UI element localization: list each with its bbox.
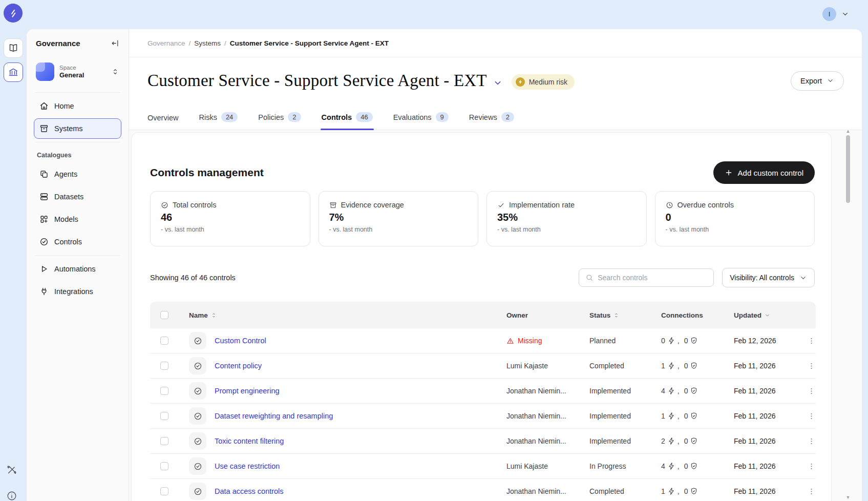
systems-icon <box>39 124 49 133</box>
lightning-count: 0 <box>661 337 665 345</box>
breadcrumb: Governance / Systems / Customer Service … <box>129 29 862 57</box>
stat-sub: - vs. last month <box>497 226 636 233</box>
column-header-owner[interactable]: Owner <box>506 311 589 319</box>
avatar[interactable]: I <box>822 7 836 21</box>
sidebar-item-label: Agents <box>54 170 77 178</box>
row-menu-button[interactable] <box>807 362 816 370</box>
scrollbar-down-arrow[interactable]: ▼ <box>845 495 851 500</box>
stat-card-evidence-coverage: Evidence coverage 7% - vs. last month <box>319 191 479 246</box>
row-checkbox[interactable] <box>160 337 168 345</box>
sidebar-item-datasets[interactable]: Datasets <box>34 186 121 207</box>
status-cell: In Progress <box>589 462 661 470</box>
select-all-checkbox[interactable] <box>160 311 168 319</box>
tab-controls[interactable]: Controls 46 <box>322 112 373 130</box>
column-header-name[interactable]: Name <box>185 311 506 319</box>
check-circle-icon <box>194 437 202 446</box>
column-header-updated[interactable]: Updated <box>734 311 807 319</box>
account-menu[interactable]: I <box>822 7 849 21</box>
sidebar-item-label: Integrations <box>54 287 93 296</box>
column-header-connections[interactable]: Connections <box>661 311 734 319</box>
tools-rail-button[interactable] <box>6 464 17 475</box>
top-bar: I <box>0 0 868 29</box>
control-name-link[interactable]: Custom Control <box>215 337 266 345</box>
sort-desc-icon[interactable] <box>764 312 771 319</box>
row-checkbox[interactable] <box>160 462 168 470</box>
sidebar-item-systems[interactable]: Systems <box>34 118 121 139</box>
shield-check-icon <box>690 362 698 370</box>
row-checkbox[interactable] <box>160 387 168 395</box>
breadcrumb-item[interactable]: Systems <box>194 39 221 47</box>
sidebar-item-home[interactable]: Home <box>34 96 121 116</box>
control-name-link[interactable]: Content policy <box>215 362 262 370</box>
plug-icon <box>39 287 49 296</box>
lightning-count: 2 <box>661 437 665 445</box>
stat-sub: - vs. last month <box>161 226 300 233</box>
control-type-icon <box>189 457 206 475</box>
docs-rail-button[interactable] <box>4 38 23 58</box>
check-circle-icon <box>161 201 168 209</box>
sidebar-item-controls[interactable]: Controls <box>34 232 121 252</box>
row-menu-button[interactable] <box>807 462 816 471</box>
row-checkbox[interactable] <box>160 362 168 370</box>
row-menu-button[interactable] <box>807 387 816 395</box>
chevron-down-icon[interactable] <box>841 10 849 18</box>
search-input[interactable] <box>598 274 707 282</box>
control-name-link[interactable]: Prompt engineering <box>215 387 280 395</box>
row-menu-button[interactable] <box>807 337 816 345</box>
control-name-link[interactable]: Use case restriction <box>215 462 280 470</box>
sidebar-item-automations[interactable]: Automations <box>34 259 121 279</box>
row-checkbox[interactable] <box>160 487 168 495</box>
tab-reviews[interactable]: Reviews 2 <box>469 112 514 130</box>
lightning-icon <box>667 337 675 345</box>
page-title: Customer Service - Support Service Agent… <box>147 71 487 90</box>
row-menu-button[interactable] <box>807 437 816 446</box>
lightning-icon <box>667 412 675 420</box>
control-name-link[interactable]: Dataset reweighting and resampling <box>215 412 333 420</box>
sidebar-title: Governance <box>36 39 80 48</box>
row-menu-button[interactable] <box>807 487 816 496</box>
title-chevron-down-icon[interactable] <box>493 78 502 88</box>
kebab-menu-icon <box>807 362 816 370</box>
tab-overview[interactable]: Overview <box>147 114 178 130</box>
add-custom-control-button[interactable]: Add custom control <box>713 161 815 184</box>
sidebar-item-agents[interactable]: Agents <box>34 164 121 184</box>
control-name-link[interactable]: Toxic content filtering <box>215 437 284 445</box>
alert-triangle-icon <box>506 337 514 345</box>
sidebar-item-models[interactable]: Models <box>34 209 121 229</box>
collapse-sidebar-icon[interactable] <box>111 39 119 48</box>
catalogues-section-label: Catalogues <box>34 145 121 162</box>
app-logo[interactable] <box>4 4 23 23</box>
table-body: Custom Control Missing Planned 0 , 0 Feb… <box>150 328 816 501</box>
shield-count: 0 <box>684 337 688 345</box>
status-cell: Planned <box>589 337 661 345</box>
visibility-filter-button[interactable]: Visibility: All controls <box>722 268 815 287</box>
scrollbar-thumb[interactable] <box>846 135 850 203</box>
sidebar-item-label: Models <box>54 215 78 223</box>
stat-value: 46 <box>161 212 300 223</box>
divider <box>35 255 120 256</box>
tab-evaluations[interactable]: Evaluations 9 <box>393 112 449 130</box>
shield-count: 0 <box>684 412 688 420</box>
sidebar-item-integrations[interactable]: Integrations <box>34 281 121 302</box>
export-button[interactable]: Export <box>791 71 844 91</box>
scrollbar-up-arrow[interactable]: ▲ <box>845 130 851 134</box>
breadcrumb-item[interactable]: Governance <box>147 39 185 47</box>
kebab-menu-icon <box>807 437 816 446</box>
tab-count-badge: 9 <box>436 112 449 122</box>
info-rail-button[interactable] <box>6 490 17 501</box>
sidebar-item-label: Controls <box>54 238 82 246</box>
shield-check-icon <box>690 387 698 395</box>
scrollbar[interactable]: ▲ ▼ <box>845 130 851 501</box>
tab-policies[interactable]: Policies 2 <box>258 112 301 130</box>
row-checkbox[interactable] <box>160 412 168 420</box>
column-header-status[interactable]: Status <box>589 311 661 319</box>
row-menu-button[interactable] <box>807 412 816 421</box>
space-selector[interactable]: Space General <box>34 57 121 89</box>
sort-icon[interactable] <box>613 312 620 319</box>
governance-rail-button[interactable] <box>4 62 23 82</box>
control-name-link[interactable]: Data access controls <box>215 487 284 495</box>
row-checkbox[interactable] <box>160 437 168 445</box>
sort-icon[interactable] <box>210 312 217 319</box>
tab-risks[interactable]: Risks 24 <box>199 112 238 130</box>
check-circle-icon <box>194 337 202 345</box>
